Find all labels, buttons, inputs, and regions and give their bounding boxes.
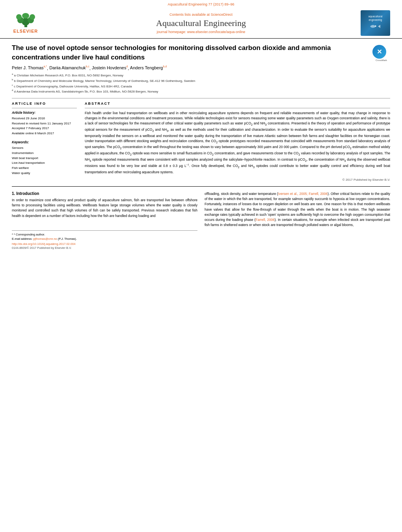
fish-icon <box>369 23 381 30</box>
svg-point-7 <box>375 26 376 27</box>
once-text: Once <box>192 164 199 168</box>
homepage-label: journal homepage: <box>157 30 186 34</box>
elsevier-tree-icon <box>15 13 37 28</box>
article-history-label: Article history: <box>12 111 77 115</box>
footnote-email: E-mail address: pjthomas@cmr.no (P.J. Th… <box>12 237 197 241</box>
elsevier-text: ELSEVIER <box>13 29 38 33</box>
footnote-area: * * Corresponding author. E-mail address… <box>12 230 197 250</box>
affil-d: d d Aanderaa Data Instruments AS, Sandda… <box>12 89 390 94</box>
keyword-water-quality: Water quality <box>12 171 77 176</box>
keywords-label: Keywords: <box>12 140 77 144</box>
body-columns: 1. Introduction In order to maximize cos… <box>12 191 390 250</box>
keyword-instrumentation: Instrumentation <box>12 151 77 156</box>
article-info-text: Received 29 June 2016 Received in revise… <box>12 116 77 136</box>
contents-text: Contents lists available at <box>169 13 210 17</box>
crossmark-icon: ✕ <box>372 45 386 59</box>
article-info-header: ARTICLE INFO <box>12 102 77 106</box>
accepted-date: Accepted 7 February 2017 <box>12 126 77 131</box>
abstract-divider <box>85 108 390 108</box>
crossmark-area[interactable]: ✕ CrossMark <box>372 45 390 61</box>
svg-point-5 <box>22 13 29 19</box>
available-date: Available online 8 March 2017 <box>12 131 77 136</box>
article-title: The use of novel optode sensor technolog… <box>12 43 368 62</box>
body-right-col: offloading, stock density, and water tem… <box>205 191 390 250</box>
affil-b: b b Department of Chemistry and Molecula… <box>12 78 390 83</box>
section1-body-right: offloading, stock density, and water tem… <box>205 191 390 228</box>
footnote-email-address[interactable]: pjthomas@cmr.no <box>33 237 57 241</box>
keyword-well-boat: Well boat transport <box>12 156 77 161</box>
section1-title: Introduction <box>16 191 39 196</box>
section1-body-left: In order to maximize cost efficiency and… <box>12 198 197 219</box>
footnote-corresponding: * * Corresponding author. <box>12 232 197 237</box>
copyright-line: © 2017 Published by Elsevier B.V. <box>85 178 390 182</box>
article-info-col: ARTICLE INFO Article history: Received 2… <box>12 102 77 182</box>
author-thomas: Peter J. Thomasa,* <box>12 65 47 70</box>
svg-point-4 <box>16 14 22 20</box>
info-abstract-columns: ARTICLE INFO Article history: Received 2… <box>12 102 390 182</box>
journal-homepage: journal homepage: www.elsevier.com/locat… <box>47 30 355 34</box>
page: Aquacultural Engineering 77 (2017) 89–96… <box>0 0 402 532</box>
journal-logo-inner: aquacultural engineering <box>368 15 382 31</box>
sciencedirect-link[interactable]: ScienceDirect <box>211 13 233 17</box>
journal-header-center: Contents lists available at ScienceDirec… <box>47 13 355 34</box>
section1-number: 1. <box>12 191 15 196</box>
body-left-col: 1. Introduction In order to maximize cos… <box>12 191 197 250</box>
journal-title: Aquacultural Engineering <box>47 18 355 28</box>
affil-a: a a Christian Michelsen Research AS, P.O… <box>12 72 390 78</box>
abstract-header: ABSTRACT <box>85 102 390 106</box>
journal-citation: Aquacultural Engineering 77 (2017) 89–96 <box>168 2 234 6</box>
footnote-corresponding-label: * Corresponding author. <box>14 233 45 236</box>
footnote-email-label: E-mail address: <box>12 237 32 241</box>
logo-line2: engineering <box>368 19 382 22</box>
abstract-col: ABSTRACT Fish health under live haul tra… <box>85 102 390 182</box>
affil-c: c c Department of Oceanography, Dalhousi… <box>12 83 390 89</box>
journal-header: ELSEVIER Contents lists available at Sci… <box>0 8 402 39</box>
author-atamanchuk: Dariia Atamanchukb,c <box>49 65 89 70</box>
homepage-link[interactable]: www.elsevier.com/locate/aqua-online <box>187 30 246 34</box>
authors-line: Peter J. Thomasa,*, Dariia Atamanchukb,c… <box>12 65 390 70</box>
logo-line1: aquacultural <box>368 15 382 18</box>
divider-1 <box>12 98 390 98</box>
crossmark-label: CrossMark <box>372 59 390 61</box>
article-info-divider <box>12 108 77 108</box>
elsevier-logo: ELSEVIER <box>8 12 43 34</box>
main-content: The use of novel optode sensor technolog… <box>0 39 402 254</box>
svg-point-6 <box>30 14 35 20</box>
revised-date: Received in revised form 11 January 2017 <box>12 121 77 126</box>
issn-line: 0144-8609/© 2017 Published by Elsevier B… <box>12 246 197 250</box>
sciencedirect-line: Contents lists available at ScienceDirec… <box>47 13 355 17</box>
ref-iversen[interactable]: Iversen et al., 2005; Farrell, 2006 <box>278 192 328 196</box>
elsevier-logo-area: ELSEVIER <box>8 12 47 34</box>
author-hovdenes: Jostein Hovdenesd <box>92 65 128 70</box>
keywords-list: Sensors Instrumentation Well boat transp… <box>12 146 77 176</box>
section1-header: 1. Introduction <box>12 191 197 196</box>
journal-logo-area: aquacultural engineering <box>355 10 390 36</box>
footnote-email-note: (P.J. Thomas). <box>58 237 77 241</box>
abstract-text: Fish health under live haul transportati… <box>85 111 390 175</box>
doi-line[interactable]: http://dx.doi.org/10.1016/j.aqualeng.201… <box>12 242 197 246</box>
keyword-sensors: Sensors <box>12 146 77 151</box>
journal-link-bar: Aquacultural Engineering 77 (2017) 89–96 <box>0 0 402 8</box>
keyword-fish-welfare: Fish welfare <box>12 166 77 171</box>
keyword-live-haul: Live-haul transportation <box>12 161 77 166</box>
author-tengberg: Anders Tengbergb,d <box>130 65 167 70</box>
affiliations: a a Christian Michelsen Research AS, P.O… <box>12 72 390 94</box>
journal-logo-box: aquacultural engineering <box>361 10 390 36</box>
ref-farrell[interactable]: Farrell, 2006 <box>255 218 274 222</box>
title-section: The use of novel optode sensor technolog… <box>12 43 390 62</box>
received-date: Received 29 June 2016 <box>12 116 77 121</box>
thick-divider <box>12 186 390 187</box>
